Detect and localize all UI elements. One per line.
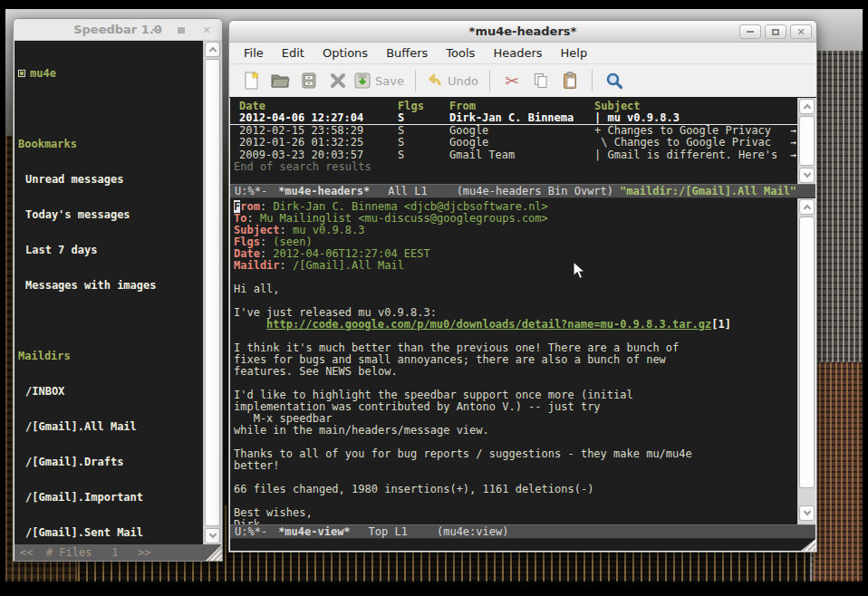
body-line: M-x speedbar xyxy=(234,413,797,425)
message-row[interactable]: 2009-03-23 20:03:57 S Gmail Team | Gmail… xyxy=(230,149,797,161)
message-flags: S xyxy=(398,149,449,161)
open-file-button[interactable] xyxy=(265,68,294,93)
message-flags: S xyxy=(398,125,449,137)
download-link[interactable]: http://code.google.com/p/mu0/downloads/d… xyxy=(266,319,711,331)
bookmark-item[interactable]: Last 7 days xyxy=(18,245,203,256)
field-label-date: Date xyxy=(234,247,260,260)
speedbar-root-item[interactable]: mu4e xyxy=(18,68,203,80)
close-buffer-button[interactable] xyxy=(323,68,352,93)
maildir-item[interactable]: /INBOX xyxy=(18,386,203,398)
message-date: 2012-04-06 12:27:04 xyxy=(230,112,398,123)
menubar: File Edit Options Buffers Tools Headers … xyxy=(229,43,816,64)
modeline-buffer-name[interactable]: *mu4e-view* xyxy=(278,525,350,538)
close-button[interactable]: ✕ xyxy=(790,24,812,39)
emacs-window-title: *mu4e-headers* xyxy=(469,24,577,38)
scroll-up-button[interactable] xyxy=(799,99,815,114)
maildir-item[interactable]: /[Gmail].Sent Mail xyxy=(18,527,203,539)
bookmark-item[interactable]: Unread messages xyxy=(18,174,203,186)
paste-button[interactable] xyxy=(555,68,584,93)
message-row[interactable]: 2012-02-15 23:58:29 S Google + Changes t… xyxy=(230,125,797,137)
truncation-arrow-icon: → xyxy=(790,149,796,161)
maildir-item[interactable]: /[Gmail].Drafts xyxy=(18,457,203,468)
maximize-button[interactable] xyxy=(765,24,786,39)
bookmark-item[interactable]: Messages with images xyxy=(18,280,203,292)
search-icon xyxy=(604,71,624,91)
message-row-selected[interactable]: 2012-04-06 12:27:04 S Dirk-Jan C. Binnem… xyxy=(230,112,797,124)
speedbar-scrollbar[interactable] xyxy=(203,41,221,544)
menu-edit[interactable]: Edit xyxy=(273,43,313,62)
save-icon xyxy=(352,71,372,91)
dired-button[interactable] xyxy=(294,68,323,93)
emacs-titlebar[interactable]: *mu4e-headers* ✕ xyxy=(229,21,816,43)
column-header-flags[interactable]: Flgs xyxy=(398,101,449,112)
body-line: features. See NEWS below. xyxy=(234,366,797,378)
wallpaper-building xyxy=(814,362,863,582)
echo-area[interactable] xyxy=(230,539,815,551)
scroll-down-button[interactable] xyxy=(799,168,815,183)
modeline-buffer-name[interactable]: *mu4e-headers* xyxy=(278,185,370,197)
minimize-button[interactable] xyxy=(739,24,761,39)
chevron-down-icon xyxy=(803,170,810,178)
maximize-button[interactable] xyxy=(170,23,192,37)
close-x-icon xyxy=(328,71,348,91)
maildir-item[interactable]: /[Gmail].All Mail xyxy=(18,421,203,433)
new-file-button[interactable] xyxy=(236,68,265,93)
copy-button[interactable] xyxy=(526,68,555,93)
message-date: 2009-03-23 20:03:57 xyxy=(230,149,398,161)
headers-scrollbar[interactable] xyxy=(797,98,815,184)
resize-grip[interactable] xyxy=(801,539,815,551)
column-header-from[interactable]: From xyxy=(449,101,594,112)
chevron-down-icon xyxy=(208,531,216,538)
maildir-item[interactable]: /[Gmail].Important xyxy=(18,492,203,504)
field-value-from[interactable]: Dirk-Jan C. Binnema <djcb@djcbsoftware.n… xyxy=(273,200,547,213)
scroll-up-button[interactable] xyxy=(205,42,220,57)
mu4e-headers-pane: Date Flgs From Subject 2012-04-06 12:27:… xyxy=(230,98,815,184)
copy-icon xyxy=(531,71,551,91)
column-header-date[interactable]: Date xyxy=(230,101,398,112)
message-subject: | Gmail is different. Here's xyxy=(594,149,797,161)
bookmark-item[interactable]: Today's messages xyxy=(18,209,203,221)
field-value-to[interactable]: Mu Mailinglist <mu-discuss@googlegroups.… xyxy=(260,212,548,225)
paste-clipboard-icon xyxy=(560,71,580,91)
body-line xyxy=(234,437,797,448)
expand-box-icon[interactable] xyxy=(18,70,25,77)
body-line: I've just released mu v0.9.8.3: xyxy=(234,307,797,319)
message-date: 2012-01-26 01:32:25 xyxy=(230,137,398,149)
view-scrollbar[interactable] xyxy=(797,198,815,524)
bookmarks-section-header: Bookmarks xyxy=(18,139,203,150)
speedbar-root-label[interactable]: mu4e xyxy=(30,67,56,80)
scrollbar-thumb[interactable] xyxy=(799,116,815,166)
menu-options[interactable]: Options xyxy=(313,43,377,62)
body-line: Best wishes, xyxy=(234,507,797,519)
speedbar-modeline: << # Files 1 >> xyxy=(14,544,221,561)
menu-tools[interactable]: Tools xyxy=(437,43,484,62)
scroll-down-button[interactable] xyxy=(799,505,815,521)
body-line: I think it's much better than the previo… xyxy=(234,342,797,354)
close-icon: ✕ xyxy=(202,25,210,35)
speedbar-titlebar[interactable]: Speedbar 1.0 ✕ xyxy=(14,19,222,41)
undo-button[interactable]: Undo xyxy=(423,71,482,91)
menu-buffers[interactable]: Buffers xyxy=(377,43,437,62)
cut-button[interactable]: ✂ xyxy=(497,68,526,93)
body-line xyxy=(234,331,797,342)
search-button[interactable] xyxy=(600,68,629,93)
scroll-up-button[interactable] xyxy=(799,199,815,215)
scissors-icon: ✂ xyxy=(505,72,519,90)
undo-icon xyxy=(423,71,445,91)
close-button[interactable]: ✕ xyxy=(196,23,217,37)
scrollbar-thumb[interactable] xyxy=(205,59,220,526)
menu-headers[interactable]: Headers xyxy=(484,43,551,62)
scrollbar-thumb[interactable] xyxy=(799,216,815,488)
emacs-window: *mu4e-headers* ✕ File Edit Options Buffe… xyxy=(228,20,817,553)
body-line xyxy=(234,295,797,307)
minimize-button[interactable] xyxy=(145,23,167,37)
scroll-down-button[interactable] xyxy=(205,528,220,543)
message-from: Dirk-Jan C. Binnema xyxy=(449,112,594,123)
minimize-icon xyxy=(747,31,754,33)
field-value-maildir: /[Gmail].All Mail xyxy=(293,259,404,272)
column-header-subject[interactable]: Subject xyxy=(594,101,797,112)
message-row[interactable]: 2012-01-26 01:32:25 S Google \ Changes t… xyxy=(230,137,797,149)
menu-file[interactable]: File xyxy=(235,43,273,62)
menu-help[interactable]: Help xyxy=(552,43,597,62)
save-button[interactable]: Save xyxy=(352,71,408,91)
